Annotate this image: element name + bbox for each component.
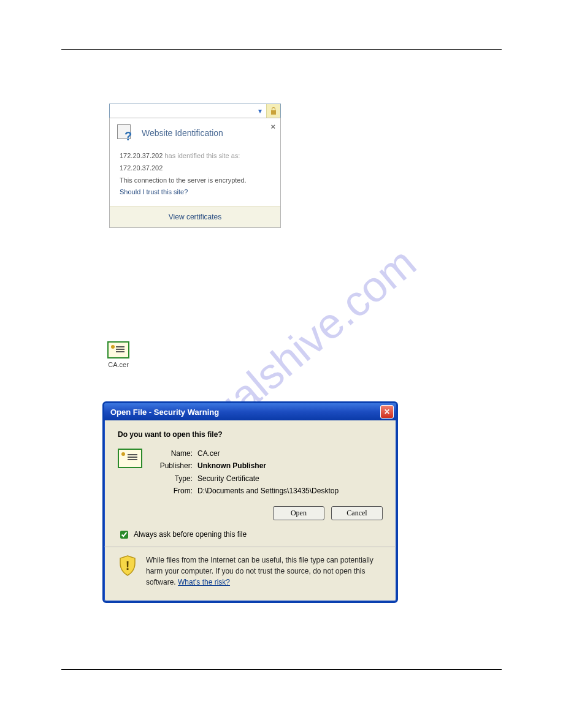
dialog-titlebar[interactable]: Open File - Security Warning ✕	[104, 403, 396, 420]
target-ip: 172.20.37.202	[120, 162, 270, 175]
always-ask-row[interactable]: Always ask before opening this file	[118, 526, 383, 547]
cancel-button[interactable]: Cancel	[331, 506, 383, 520]
name-label: Name:	[151, 447, 197, 460]
publisher-label: Publisher:	[151, 460, 197, 472]
certificate-file[interactable]: CA.cer	[107, 341, 129, 368]
type-value: Security Certificate	[197, 472, 259, 485]
svg-text:!: !	[126, 559, 130, 572]
close-icon[interactable]: ×	[270, 122, 275, 131]
encrypted-message: This connection to the server is encrypt…	[120, 175, 270, 187]
open-button[interactable]: Open	[273, 506, 324, 520]
certificate-filename: CA.cer	[107, 361, 129, 368]
dropdown-chevron[interactable]: ▾	[254, 104, 266, 118]
always-ask-label: Always ask before opening this file	[134, 530, 247, 539]
has-identified-text: has identified this site as:	[164, 152, 240, 159]
source-ip: 172.20.37.202	[120, 152, 163, 159]
security-warning-dialog: Open File - Security Warning ✕ Do you wa…	[102, 401, 398, 603]
name-value: CA.cer	[197, 447, 220, 460]
publisher-value: Unknown Publisher	[197, 460, 266, 472]
top-rule	[61, 49, 502, 50]
dialog-question: Do you want to open this file?	[118, 430, 383, 439]
close-button[interactable]: ✕	[380, 405, 394, 419]
type-label: Type:	[151, 472, 197, 485]
always-ask-checkbox[interactable]	[120, 531, 128, 539]
lock-icon[interactable]	[266, 104, 280, 118]
identification-icon: ?	[117, 124, 136, 142]
warning-text: While files from the Internet can be use…	[146, 555, 383, 588]
shield-warning-icon: !	[118, 555, 137, 577]
panel-title: Website Identification	[142, 128, 223, 138]
website-identification-panel: ? Website Identification × 172.20.37.202…	[109, 118, 281, 228]
address-bar[interactable]: ▾	[109, 104, 281, 118]
identified-by-line: 172.20.37.202 has identified this site a…	[120, 150, 270, 162]
certificate-icon	[107, 341, 129, 358]
view-certificates-link[interactable]: View certificates	[169, 213, 221, 221]
trust-site-link[interactable]: Should I trust this site?	[120, 186, 270, 199]
certificate-icon	[118, 449, 142, 468]
file-details: Name:CA.cer Publisher:Unknown Publisher …	[151, 447, 339, 498]
from-value: D:\Documents and Settings\13435\Desktop	[197, 485, 339, 497]
risk-link[interactable]: What's the risk?	[178, 578, 230, 586]
bottom-rule	[61, 669, 502, 670]
address-field[interactable]	[110, 104, 254, 118]
from-label: From:	[151, 485, 197, 497]
dialog-title: Open File - Security Warning	[110, 408, 219, 417]
